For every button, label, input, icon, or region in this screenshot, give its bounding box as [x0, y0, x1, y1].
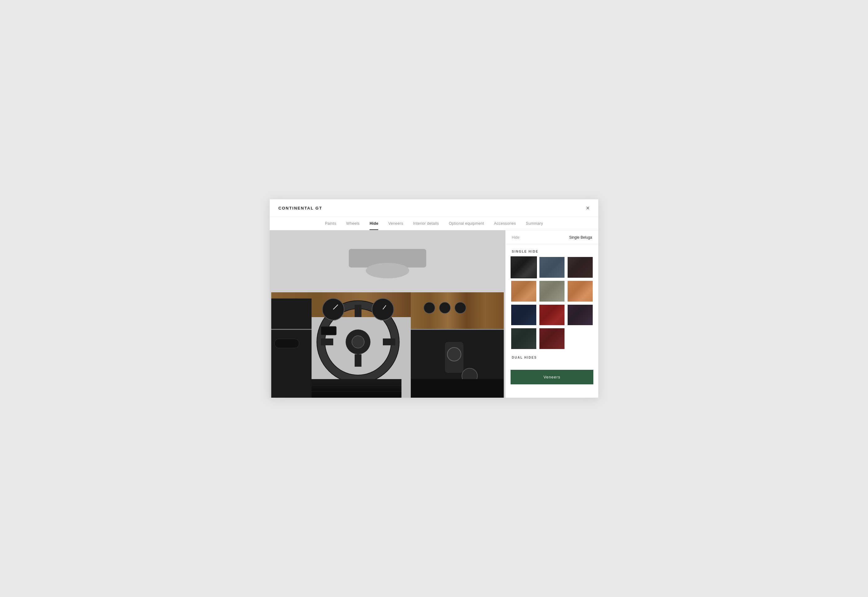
swatch-burgundy[interactable] [539, 328, 565, 350]
dual-hides-section: DUAL HIDES [505, 353, 598, 367]
svg-rect-36 [411, 329, 504, 330]
modal-header: CONTINENTAL GT × [270, 199, 598, 217]
tab-accessories[interactable]: Accessories [494, 221, 516, 230]
tab-interior-details[interactable]: Interior details [413, 221, 438, 230]
tab-paints[interactable]: Paints [325, 221, 336, 230]
tab-veneers[interactable]: Veneers [388, 221, 403, 230]
svg-point-25 [447, 348, 461, 361]
svg-point-21 [439, 302, 450, 313]
tab-optional-equipment[interactable]: Optional equipment [449, 221, 484, 230]
svg-rect-37 [271, 329, 312, 330]
svg-point-20 [424, 302, 435, 313]
svg-point-13 [352, 336, 364, 348]
svg-rect-27 [321, 327, 336, 335]
swatch-red[interactable] [539, 304, 565, 326]
veneers-button[interactable]: Veneers [511, 370, 593, 385]
swatch-blue-grey[interactable] [539, 256, 565, 278]
svg-rect-33 [411, 379, 504, 398]
svg-rect-35 [274, 339, 299, 348]
hide-value: Single Beluga [569, 235, 592, 240]
single-hide-title: SINGLE HIDE [505, 245, 598, 256]
swatch-navy[interactable] [511, 304, 537, 326]
swatch-purple[interactable] [567, 304, 593, 326]
tab-wheels[interactable]: Wheels [346, 221, 360, 230]
nav-tabs: Paints Wheels Hide Veneers Interior deta… [270, 217, 598, 230]
tab-summary[interactable]: Summary [526, 221, 543, 230]
dual-hides-title: DUAL HIDES [512, 356, 592, 359]
svg-point-3 [366, 263, 409, 278]
swatch-dark-green[interactable] [511, 328, 537, 350]
tab-hide[interactable]: Hide [370, 221, 378, 230]
swatch-orange-tan[interactable] [567, 280, 593, 302]
swatch-sage[interactable] [539, 280, 565, 302]
swatches-grid [505, 256, 598, 353]
car-interior-image [270, 230, 505, 398]
main-content: Hide Single Beluga SINGLE HIDE [270, 230, 598, 398]
configurator-modal: CONTINENTAL GT × Paints Wheels Hide Vene… [270, 199, 598, 398]
sidebar-status: Hide Single Beluga [505, 230, 598, 245]
svg-point-22 [455, 302, 466, 313]
sidebar: Hide Single Beluga SINGLE HIDE [505, 230, 598, 398]
hide-label: Hide [512, 235, 520, 240]
close-button[interactable]: × [586, 205, 590, 211]
swatch-dark-brown[interactable] [567, 256, 593, 278]
swatch-tan[interactable] [511, 280, 537, 302]
swatch-beluga[interactable] [511, 256, 537, 278]
modal-title: CONTINENTAL GT [278, 206, 323, 211]
car-image-area [270, 230, 505, 398]
